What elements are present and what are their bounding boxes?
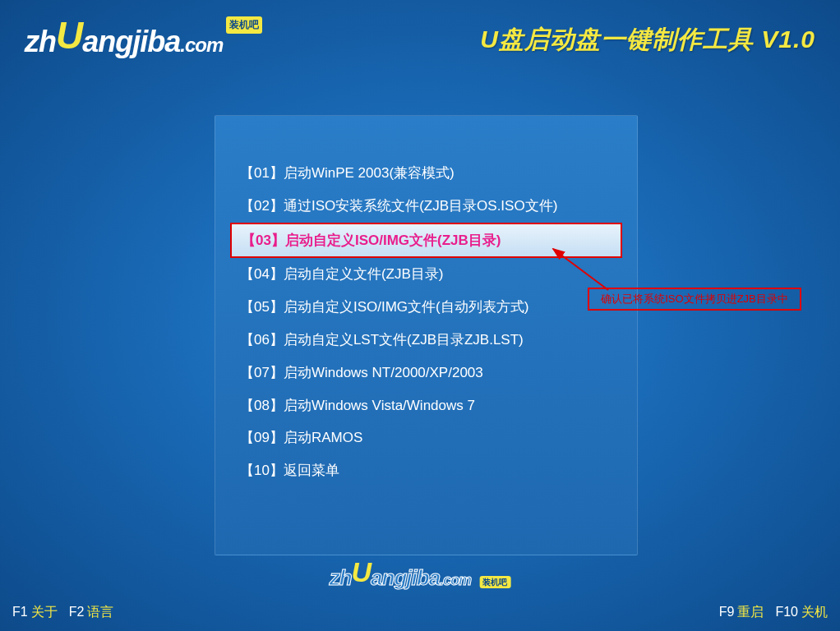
logo-top: zhUangjiba.com 装机吧 — [25, 16, 262, 61]
menu-item-02[interactable]: 【02】通过ISO安装系统文件(ZJB目录OS.ISO文件) — [215, 190, 637, 223]
logo-bottom-com: .com — [440, 572, 471, 588]
app-title: U盘启动盘一键制作工具 V1.0 — [480, 23, 815, 57]
logo-cn-badge: 装机吧 — [226, 16, 262, 34]
footer-bar: F1关于 F2语言 F9重启 F10关机 — [0, 604, 840, 621]
logo-part-com: .com — [180, 34, 223, 56]
menu-item-06[interactable]: 【06】启动自定义LST文件(ZJB目录ZJB.LST) — [215, 324, 637, 357]
logo-part-rest: angjiba — [82, 25, 180, 58]
menu-item-10[interactable]: 【10】返回菜单 — [215, 454, 637, 487]
logo-bottom: zhUangjiba.com 装机吧 — [330, 560, 511, 592]
logo-part-zh: zh — [25, 25, 56, 58]
menu-item-08[interactable]: 【08】启动Windows Vista/Windows 7 — [215, 389, 637, 422]
logo-bottom-u: U — [352, 556, 372, 588]
footer-left: F1关于 F2语言 — [12, 604, 113, 621]
menu-item-05[interactable]: 【05】启动自定义ISO/IMG文件(自动列表方式) — [215, 291, 637, 324]
footer-f10-shutdown[interactable]: F10关机 — [775, 604, 828, 621]
menu-item-09[interactable]: 【09】启动RAMOS — [215, 421, 637, 454]
menu-item-01[interactable]: 【01】启动WinPE 2003(兼容模式) — [215, 157, 637, 190]
logo-part-u: U — [56, 13, 82, 58]
footer-f2-language[interactable]: F2语言 — [69, 604, 114, 621]
logo-bottom-cn-badge: 装机吧 — [479, 576, 510, 588]
menu-item-07[interactable]: 【07】启动Windows NT/2000/XP/2003 — [215, 357, 637, 389]
menu-item-04[interactable]: 【04】启动自定义文件(ZJB目录) — [215, 258, 637, 291]
menu-item-03[interactable]: 【03】启动自定义ISO/IMG文件(ZJB目录) — [230, 223, 622, 259]
footer-f1-about[interactable]: F1关于 — [12, 604, 58, 621]
annotation-callout: 确认已将系统ISO文件拷贝进ZJB目录中 — [588, 288, 801, 311]
footer-right: F9重启 F10关机 — [719, 604, 828, 621]
logo-bottom-rest: angjiba — [371, 565, 440, 590]
footer-f9-reboot[interactable]: F9重启 — [719, 604, 764, 621]
logo-bottom-zh: zh — [330, 565, 352, 590]
boot-menu-panel: 【01】启动WinPE 2003(兼容模式) 【02】通过ISO安装系统文件(Z… — [215, 115, 638, 555]
header: zhUangjiba.com 装机吧 U盘启动盘一键制作工具 V1.0 — [0, 0, 840, 61]
